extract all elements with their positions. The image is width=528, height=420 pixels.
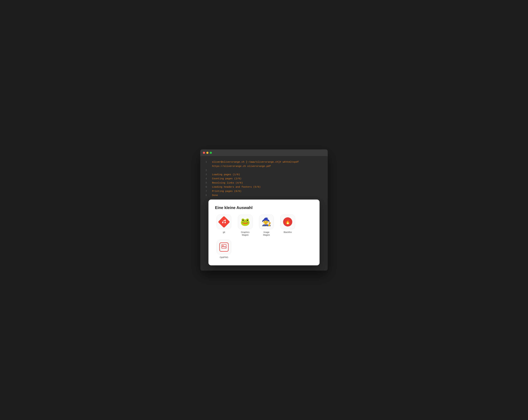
- terminal-body: 1 oliver@oliverorange.ch [~/www/oliveror…: [200, 156, 328, 203]
- icon-box-optipng: [217, 240, 231, 254]
- close-button[interactable]: [203, 152, 205, 154]
- icon-item-graphicsmagick: 🐸 GraphicsMagick: [236, 215, 254, 236]
- terminal-line-1: 1 oliver@oliverorange.ch [~/www/oliveror…: [205, 160, 323, 164]
- terminal-line-8: 8 Done: [205, 193, 323, 198]
- imagemagick-icon: 🧙: [262, 217, 271, 226]
- terminal-line-content-4: Counting pages (2/6): [212, 177, 323, 181]
- icon-label-git: git: [223, 231, 225, 234]
- terminal-line-content-6: Loading headers and footers (5/6): [212, 185, 323, 189]
- svg-point-1: [225, 222, 226, 223]
- icon-box-git: [217, 215, 231, 229]
- git-icon: [218, 216, 230, 228]
- line-number-6: 6: [205, 185, 212, 189]
- terminal-line-3: 3 Loading pages (1/6): [205, 173, 323, 177]
- terminal-line-1b: https://oliverorange.ch oliverorange.pdf: [205, 164, 323, 169]
- maximize-button[interactable]: [210, 152, 212, 154]
- terminal-line-4: 4 Counting pages (2/6): [205, 177, 323, 181]
- terminal-window: 1 oliver@oliverorange.ch [~/www/oliveror…: [200, 149, 328, 270]
- svg-point-2: [222, 222, 224, 223]
- terminal-line-content-7: Printing pages (6/6): [212, 189, 323, 194]
- terminal-line-content-3: Loading pages (1/6): [212, 173, 323, 177]
- icon-label-imagemagick: ImageMagick: [263, 231, 270, 236]
- icon-box-graphicsmagick: 🐸: [238, 215, 252, 229]
- line-number-5: 5: [205, 181, 212, 185]
- terminal-line-content-1: oliver@oliverorange.ch [~/www/oliveroran…: [212, 160, 323, 164]
- line-number-1: 1: [205, 160, 212, 164]
- icon-box-imagemagick: 🧙: [259, 215, 274, 229]
- terminal-line-content-5: Resolving links (4/6): [212, 181, 323, 185]
- icon-item-git: git: [215, 215, 233, 236]
- terminal-line-6: 6 Loading headers and footers (5/6): [205, 185, 323, 189]
- blackfire-icon: 🔥: [283, 217, 292, 226]
- icon-label-graphicsmagick: GraphicsMagick: [241, 231, 250, 236]
- terminal-line-content-2: [212, 168, 323, 173]
- line-number-7: 7: [205, 189, 212, 194]
- icon-box-blackfire: 🔥: [280, 215, 295, 229]
- icon-label-optipng: OptiPNG: [220, 256, 228, 259]
- title-bar: [200, 149, 328, 156]
- card-title: Eine kleine Auswahl: [215, 205, 313, 210]
- icon-item-imagemagick: 🧙 ImageMagick: [257, 215, 276, 236]
- terminal-line-2: 2: [205, 168, 323, 173]
- icon-item-blackfire: 🔥 Blackfire: [279, 215, 297, 236]
- line-number-3: 3: [205, 173, 212, 177]
- terminal-line-7: 7 Printing pages (6/6): [205, 189, 323, 194]
- line-number-4: 4: [205, 177, 212, 181]
- icons-row: git 🐸 GraphicsMagick 🧙 ImageMagick: [215, 215, 313, 259]
- optipng-icon: [219, 243, 228, 252]
- blackfire-flame-icon: 🔥: [285, 219, 291, 224]
- minimize-button[interactable]: [206, 152, 208, 154]
- terminal-line-5: 5 Resolving links (4/6): [205, 181, 323, 185]
- git-icon-symbol: [222, 219, 227, 225]
- line-number-1b: [205, 164, 212, 169]
- card-container: Eine kleine Auswahl: [200, 199, 328, 271]
- terminal-line-content-1b: https://oliverorange.ch oliverorange.pdf: [212, 164, 323, 169]
- graphicsmagick-icon: 🐸: [240, 217, 250, 226]
- optipng-image-icon: [222, 244, 227, 250]
- card: Eine kleine Auswahl: [208, 199, 320, 265]
- line-number-8: 8: [205, 193, 212, 198]
- icon-item-optipng: OptiPNG: [215, 240, 233, 259]
- line-number-2: 2: [205, 168, 212, 173]
- terminal-line-content-8: Done: [212, 193, 323, 198]
- icon-label-blackfire: Blackfire: [284, 231, 292, 234]
